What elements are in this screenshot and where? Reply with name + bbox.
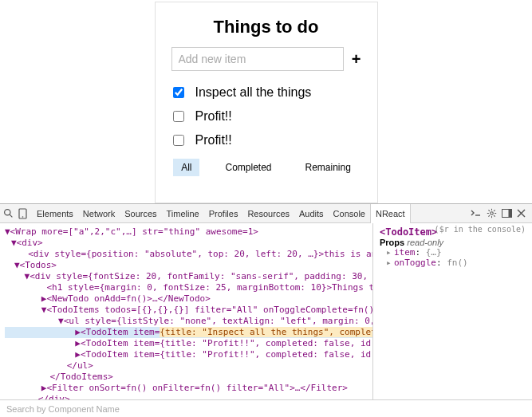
svg-line-10 [488,210,489,210]
svg-rect-15 [509,210,512,218]
tab-profiles[interactable]: Profiles [204,204,243,223]
tab-audits[interactable]: Audits [294,204,329,223]
tab-console[interactable]: Console [329,204,370,223]
tree-line[interactable]: ▶<NewTodo onAdd=fn()>…</NewTodo> [5,293,372,305]
tree-line[interactable]: ▶<TodoItem item={title: "Profit!!", comp… [5,338,372,349]
prop-row[interactable]: ▸onToggle: fn() [380,258,526,268]
tab-sources[interactable]: Sources [120,204,161,223]
tree-line[interactable]: ▼<Wrap more=["a",2,"c",…] str="thing" aw… [5,226,372,238]
todo-checkbox[interactable] [173,135,184,146]
search-placeholder: Search by Component Name [6,404,120,414]
todo-label: Profit!! [195,109,232,124]
props-heading: Props read-only [380,238,526,247]
device-icon[interactable] [18,208,27,219]
todo-app-card: Things to do + Inspect all the things Pr… [155,2,378,203]
tab-network[interactable]: Network [78,204,120,223]
todo-checkbox[interactable] [173,87,184,98]
filter-all[interactable]: All [173,159,199,176]
tree-line[interactable]: <div style={position: "absolute", top: 2… [5,249,372,260]
devtools-body: ▼<Wrap more=["a",2,"c",…] str="thing" aw… [0,223,532,399]
svg-line-1 [10,214,12,217]
tab-elements[interactable]: Elements [32,204,78,223]
search-icon[interactable] [3,208,14,218]
svg-point-5 [491,212,494,215]
tree-line[interactable]: ▶<Filter onSort=fn() onFilter=fn() filte… [5,383,372,394]
tab-timeline[interactable]: Timeline [162,204,204,223]
tree-line[interactable]: ▼<ul style={listStyle: "none", textAlign… [5,316,372,327]
props-sidebar: ($r in the console) <TodoItem> Props rea… [372,223,532,399]
tree-line[interactable]: ▼<TodoItems todos=[{},{},{}] filter="All… [5,305,372,316]
component-search-bar[interactable]: Search by Component Name [0,399,532,417]
tree-line[interactable]: </div> [5,394,372,399]
todo-row: Inspect all the things [171,81,361,104]
console-ref-hint: ($r in the console) [435,225,526,234]
svg-line-13 [494,210,495,210]
todo-row: Profit!! [171,104,361,128]
prop-row[interactable]: ▸item: {…} [380,247,526,258]
tab-nreact[interactable]: NReact [370,204,411,223]
todo-row: Profit!! [171,128,361,152]
todo-label: Inspect all the things [195,85,312,100]
dock-icon[interactable] [502,209,512,218]
svg-point-0 [5,210,10,215]
app-preview-pane: Things to do + Inspect all the things Pr… [0,0,532,203]
tree-line[interactable]: ▶<TodoItem item={title: "Profit!!", comp… [5,349,372,360]
tree-line[interactable]: </TodoItems> [5,372,372,383]
console-drawer-icon[interactable] [471,209,482,218]
svg-line-11 [494,215,495,216]
component-tree[interactable]: ▼<Wrap more=["a",2,"c",…] str="thing" aw… [0,223,372,399]
add-icon[interactable]: + [352,50,361,69]
close-icon[interactable] [517,209,526,218]
devtools-tabbar: Elements Network Sources Timeline Profil… [0,204,532,223]
tree-line-selected[interactable]: ▶<TodoItem item={title: "Inspect all the… [5,327,372,338]
tree-line[interactable]: ▼<Todos> [5,260,372,271]
devtools-panel: Elements Network Sources Timeline Profil… [0,203,532,417]
filter-remaining[interactable]: Remaining [298,159,359,176]
todo-checkbox[interactable] [173,111,184,122]
tree-line[interactable]: <h1 style={margin: 0, fontSize: 25, marg… [5,282,372,293]
new-todo-row: + [171,47,361,71]
svg-line-12 [488,215,489,216]
svg-point-3 [22,216,24,218]
filter-bar: All Completed Remaining [171,159,361,176]
new-todo-input[interactable] [171,47,344,71]
filter-completed[interactable]: Completed [217,159,279,176]
tree-line[interactable]: ▼<div style={fontSize: 20, fontFamily: "… [5,271,372,282]
page-title: Things to do [171,17,361,37]
gear-icon[interactable] [487,208,497,218]
tree-line[interactable]: ▼<div> [5,238,372,249]
tab-resources[interactable]: Resources [242,204,294,223]
tree-line[interactable]: </ul> [5,360,372,372]
todo-label: Profit!! [195,133,232,148]
